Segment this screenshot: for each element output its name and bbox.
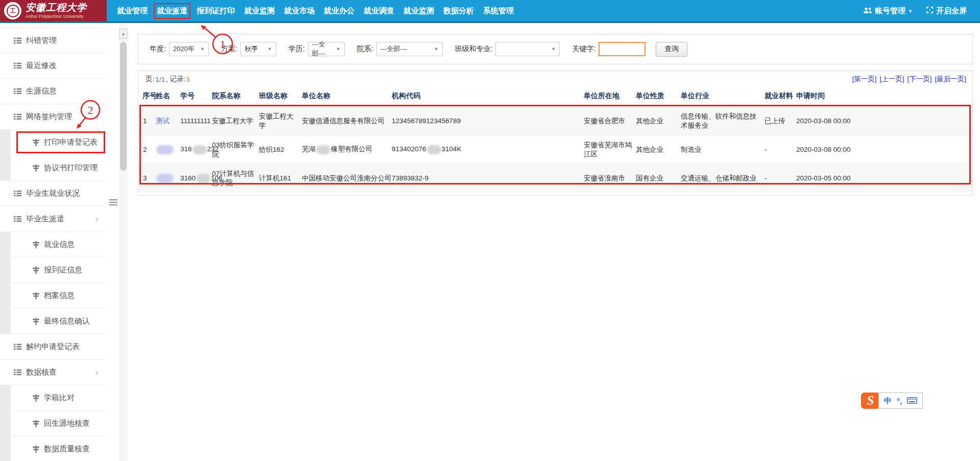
signpost-icon: [33, 318, 39, 325]
sidebar-item-label: 就业信息: [44, 240, 75, 249]
sidebar-item-label: 生源信息: [26, 86, 57, 96]
cell-company: 中国移动安徽公司淮南分公司: [302, 164, 392, 193]
nav-item-2[interactable]: 报到证打印: [197, 6, 235, 16]
cell-department: 07计算机与信息学院: [212, 164, 259, 193]
sidebar-item-13[interactable]: 数据核查›: [0, 360, 107, 385]
nav-item-7[interactable]: 就业监测: [403, 6, 434, 16]
sidebar-item-6[interactable]: 毕业生就业状况: [0, 181, 107, 206]
plan-select[interactable]: 秋季 ▼: [241, 42, 276, 56]
cell-industry: 交通运输、仓储和邮政业: [681, 164, 764, 193]
student-name-link[interactable]: [156, 174, 174, 182]
sidebar-item-0[interactable]: 纠错管理: [0, 28, 107, 53]
keyboard-icon[interactable]: [907, 397, 917, 405]
ime-toolbar: S 中 °,: [861, 393, 923, 409]
last-page-link[interactable]: [最后一页]: [935, 75, 966, 84]
cell-student-id: 111111111: [180, 107, 212, 135]
sidebar-item-label: 解约申请登记表: [26, 342, 80, 352]
collapse-icon[interactable]: [108, 197, 118, 208]
col-header-company-type: 单位性质: [636, 87, 681, 107]
next-page-link[interactable]: [下一页]: [907, 75, 931, 84]
scroll-up-icon[interactable]: ▲: [119, 29, 128, 39]
signpost-icon: [33, 292, 39, 299]
keyword-input[interactable]: [599, 42, 646, 56]
year-select[interactable]: 2020年 ▼: [169, 42, 209, 56]
main-nav: 就业管理就业派遣报到证打印就业监测就业市场就业办公就业调查就业监测数据分析系统管…: [107, 0, 514, 21]
search-button[interactable]: 查询: [656, 42, 687, 57]
sidebar-item-4[interactable]: 打印申请登记表: [0, 130, 107, 155]
col-header-location: 单位所在地: [584, 87, 636, 107]
cell-name: [156, 164, 180, 193]
university-logo: 工 安徽工程大学 Anhui Polytechnic University: [0, 0, 107, 21]
chevron-down-icon: ▼: [200, 47, 205, 52]
ime-punctuation-toggle[interactable]: °,: [897, 397, 902, 405]
cell-department: 03纺织服装学院: [212, 135, 259, 164]
cell-company: 芜湖橡塑有限公司: [302, 135, 392, 164]
university-name: 安徽工程大学: [26, 3, 87, 12]
sidebar-item-12[interactable]: 解约申请登记表: [0, 334, 107, 360]
col-header-name: 姓名: [156, 87, 180, 107]
sidebar-item-1[interactable]: 最近修改: [0, 53, 107, 79]
fullscreen-button[interactable]: 开启全屏: [926, 6, 967, 16]
sidebar-item-10[interactable]: 档案信息: [0, 283, 107, 309]
nav-item-8[interactable]: 数据分析: [443, 6, 474, 16]
signpost-icon: [33, 165, 39, 172]
nav-item-1[interactable]: 就业派遣: [157, 6, 187, 16]
student-name-link[interactable]: 测试: [156, 117, 170, 125]
content-scrollbar[interactable]: ▲: [119, 23, 128, 461]
sidebar-item-label: 毕业生派遣: [26, 214, 64, 224]
first-page-link[interactable]: [第一页]: [852, 75, 876, 84]
nav-item-4[interactable]: 就业市场: [284, 6, 315, 16]
signpost-icon: [33, 420, 39, 427]
menu-list-icon: [14, 343, 21, 350]
degree-select[interactable]: ---全部--- ▼: [308, 42, 345, 56]
sogou-logo-icon[interactable]: S: [861, 393, 880, 409]
cell-company: 安徽信通信息服务有限公司: [302, 107, 392, 135]
sidebar-item-11[interactable]: 最终信息确认: [0, 309, 107, 334]
chevron-down-icon: ▼: [268, 47, 272, 52]
sidebar-item-16[interactable]: 数据质量核查: [0, 436, 107, 461]
sidebar-item-label: 毕业生就业状况: [26, 189, 80, 198]
menu-list-icon: [14, 190, 21, 197]
ime-language-toggle[interactable]: 中: [884, 396, 892, 406]
scrollbar-thumb[interactable]: [120, 42, 127, 171]
screen: 工 安徽工程大学 Anhui Polytechnic University 就业…: [0, 0, 980, 461]
redacted-blur: [193, 145, 207, 154]
sidebar-item-3[interactable]: 网络签约管理›: [0, 104, 107, 130]
sidebar-item-label: 报到证信息: [44, 265, 82, 275]
sidebar-item-label: 学籍比对: [44, 393, 75, 403]
cell-department: 安徽工程大学: [212, 107, 259, 135]
sidebar-item-label: 网络签约管理: [26, 112, 72, 122]
nav-item-3[interactable]: 就业监测: [244, 6, 275, 16]
sidebar-item-14[interactable]: 学籍比对: [0, 385, 107, 411]
sidebar-item-2[interactable]: 生源信息: [0, 79, 107, 104]
sidebar-item-7[interactable]: 毕业生派遣›: [0, 206, 107, 232]
nav-item-6[interactable]: 就业调查: [364, 6, 394, 16]
sidebar-item-label: 协议书打印管理: [44, 163, 98, 173]
cell-location: 安徽省芜湖市鸠江区: [584, 135, 636, 164]
account-menu[interactable]: 账号管理 ▼: [863, 6, 913, 16]
nav-item-9[interactable]: 系统管理: [483, 6, 514, 16]
chevron-down-icon: ▼: [908, 9, 913, 14]
student-name-link[interactable]: [156, 145, 174, 153]
cell-org-code: 73893832-9: [392, 164, 584, 193]
sidebar-item-label: 数据核查: [26, 367, 57, 377]
sidebar-item-8[interactable]: 就业信息: [0, 232, 107, 258]
chevron-right-icon: ›: [95, 368, 99, 377]
page-value: 1/1: [155, 76, 165, 83]
table-header-row: 序号姓名学号院系名称班级名称单位名称机构代码单位所在地单位性质单位行业就业材料申…: [138, 87, 972, 107]
prev-page-link[interactable]: [上一页]: [879, 75, 904, 84]
sidebar-item-label: 纠错管理: [26, 36, 57, 45]
class-major-select[interactable]: ▼: [495, 42, 560, 56]
department-select[interactable]: ---全部--- ▼: [376, 42, 443, 56]
signpost-icon: [33, 139, 39, 146]
nav-item-0[interactable]: 就业管理: [117, 6, 148, 16]
sidebar-splitter[interactable]: [107, 23, 119, 461]
col-header-industry: 单位行业: [681, 87, 764, 107]
cell-company-type: 国有企业: [636, 164, 681, 193]
department-label: 院系:: [357, 44, 373, 54]
nav-item-5[interactable]: 就业办公: [324, 6, 354, 16]
sidebar-item-9[interactable]: 报到证信息: [0, 258, 107, 283]
sidebar-item-15[interactable]: 回生源地核查: [0, 411, 107, 436]
sidebar-item-5[interactable]: 协议书打印管理: [0, 155, 107, 181]
filter-panel: 年度: 2020年 ▼ 方案: 秋季 ▼ 学历: ---全部--- ▼: [138, 34, 973, 64]
